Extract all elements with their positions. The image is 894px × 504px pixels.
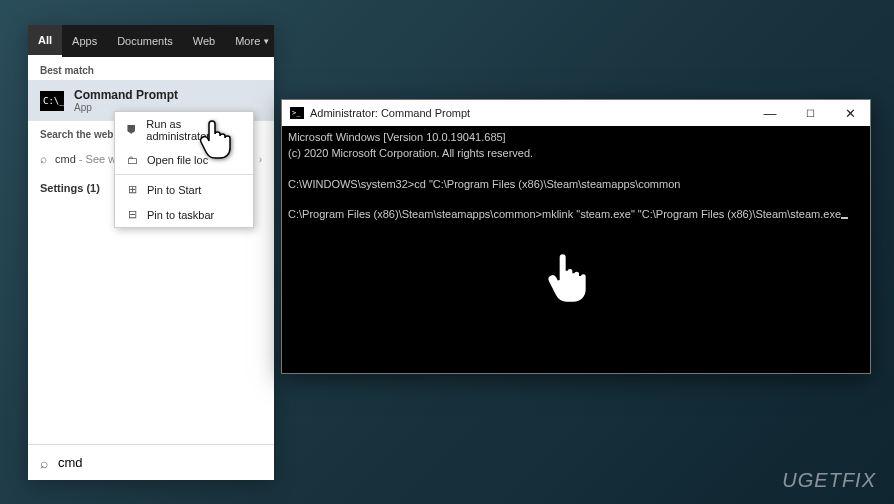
chevron-right-icon: ›	[259, 154, 262, 165]
tab-apps[interactable]: Apps	[62, 25, 107, 57]
terminal-cursor	[841, 217, 848, 219]
admin-shield-icon: ⛊	[125, 124, 138, 136]
folder-icon: 🗀	[125, 154, 139, 166]
tab-all[interactable]: All	[28, 25, 62, 57]
tab-more-label: More	[235, 35, 260, 47]
tab-more[interactable]: More ▼	[225, 25, 280, 57]
menu-separator	[115, 174, 253, 175]
search-input[interactable]	[58, 455, 262, 470]
menu-pin-to-start[interactable]: ⊞ Pin to Start	[115, 177, 253, 202]
menu-run-as-administrator[interactable]: ⛊ Run as administrator	[115, 112, 253, 148]
tab-web[interactable]: Web	[183, 25, 225, 57]
search-input-row: ⌕	[28, 444, 274, 480]
menu-open-file-location[interactable]: 🗀 Open file loc	[115, 148, 253, 172]
search-tabs: All Apps Documents Web More ▼	[28, 25, 274, 57]
window-title: Administrator: Command Prompt	[310, 107, 470, 119]
menu-item-label: Pin to Start	[147, 184, 201, 196]
best-match-header: Best match	[28, 57, 274, 80]
command-prompt-window: >_ Administrator: Command Prompt — ☐ ✕ M…	[281, 99, 871, 374]
terminal-line: C:\WINDOWS\system32>cd "C:\Program Files…	[288, 178, 680, 190]
menu-item-label: Pin to taskbar	[147, 209, 214, 221]
terminal-body[interactable]: Microsoft Windows [Version 10.0.19041.68…	[282, 126, 870, 373]
cmd-titlebar-icon: >_	[290, 107, 304, 119]
menu-item-label: Open file loc	[147, 154, 208, 166]
pin-start-icon: ⊞	[125, 183, 139, 196]
panel-filler	[28, 202, 274, 444]
terminal-line: (c) 2020 Microsoft Corporation. All righ…	[288, 147, 533, 159]
best-match-title: Command Prompt	[74, 88, 178, 102]
context-menu: ⛊ Run as administrator 🗀 Open file loc ⊞…	[114, 111, 254, 228]
windows-search-panel: All Apps Documents Web More ▼ Best match…	[28, 25, 274, 480]
watermark: UGETFIX	[782, 469, 876, 492]
terminal-line: Microsoft Windows [Version 10.0.19041.68…	[288, 131, 506, 143]
window-titlebar[interactable]: >_ Administrator: Command Prompt — ☐ ✕	[282, 100, 870, 126]
menu-pin-to-taskbar[interactable]: ⊟ Pin to taskbar	[115, 202, 253, 227]
maximize-button[interactable]: ☐	[790, 100, 830, 126]
search-icon: ⌕	[40, 455, 48, 471]
search-icon: ⌕	[40, 152, 47, 166]
command-prompt-icon: C:\_	[40, 91, 64, 111]
terminal-line: C:\Program Files (x86)\Steam\steamapps\c…	[288, 208, 841, 220]
minimize-button[interactable]: —	[750, 100, 790, 126]
chevron-down-icon: ▼	[262, 37, 270, 46]
close-button[interactable]: ✕	[830, 100, 870, 126]
pin-taskbar-icon: ⊟	[125, 208, 139, 221]
menu-item-label: Run as administrator	[146, 118, 243, 142]
web-query: cmd	[55, 153, 76, 165]
tab-documents[interactable]: Documents	[107, 25, 183, 57]
